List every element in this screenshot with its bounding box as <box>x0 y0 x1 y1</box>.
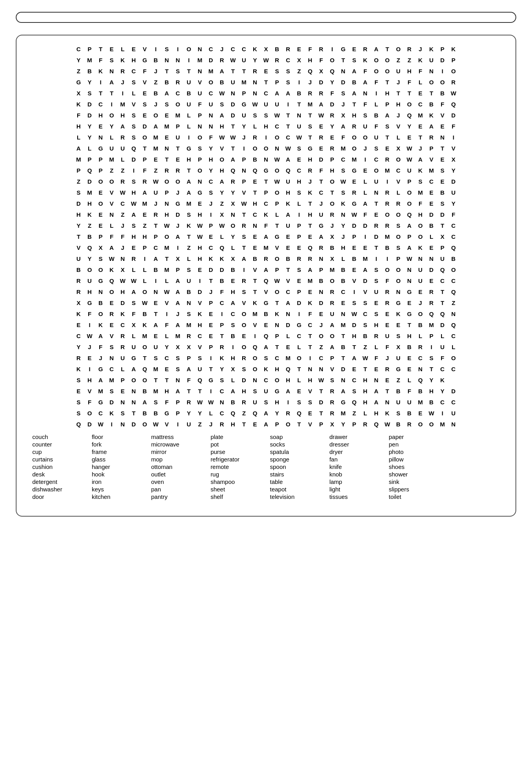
cell-27-22: Z <box>316 341 327 352</box>
cell-28-34: O <box>448 352 459 363</box>
cell-32-10: R <box>184 396 195 407</box>
cell-1-34: P <box>448 54 459 65</box>
word-item: mattress <box>151 433 203 440</box>
cell-17-31: O <box>415 231 426 242</box>
cell-32-18: H <box>272 396 283 407</box>
cell-20-20: S <box>294 264 305 275</box>
cell-19-4: N <box>117 253 128 264</box>
cell-17-32: L <box>426 231 437 242</box>
cell-18-15: T <box>239 242 250 253</box>
cell-0-18: B <box>272 43 283 54</box>
cell-25-12: E <box>206 319 217 330</box>
cell-17-33: X <box>437 231 448 242</box>
cell-26-29: S <box>393 330 404 341</box>
cell-2-17: E <box>261 65 272 76</box>
cell-10-15: P <box>239 154 250 165</box>
cell-13-27: N <box>371 187 382 198</box>
word-item: keys <box>92 486 143 493</box>
cell-22-6: O <box>139 286 150 297</box>
cell-29-11: U <box>195 363 206 374</box>
cell-14-9: G <box>172 198 184 209</box>
word-item: shelf <box>211 493 262 500</box>
cell-31-33: Y <box>437 385 448 396</box>
cell-34-0: Q <box>73 418 84 430</box>
cell-8-29: L <box>393 132 404 143</box>
cell-19-7: A <box>150 253 161 264</box>
cell-4-1: S <box>84 87 95 99</box>
cell-33-33: I <box>437 407 448 418</box>
cell-21-23: O <box>327 275 338 286</box>
cell-23-9: A <box>172 297 184 308</box>
cell-20-16: V <box>250 264 261 275</box>
cell-21-14: E <box>228 275 239 286</box>
cell-5-29: H <box>393 99 404 110</box>
cell-4-9: C <box>172 87 184 99</box>
cell-7-3: Y <box>106 121 117 132</box>
cell-34-2: W <box>95 418 106 430</box>
cell-13-4: W <box>117 187 128 198</box>
cell-3-1: Y <box>84 76 95 87</box>
cell-9-28: E <box>382 143 393 154</box>
cell-34-14: H <box>228 418 239 430</box>
cell-13-30: O <box>404 187 415 198</box>
cell-9-19: W <box>283 143 294 154</box>
cell-19-15: A <box>239 253 250 264</box>
cell-19-2: S <box>95 253 106 264</box>
cell-21-17: Q <box>261 275 272 286</box>
cell-14-3: V <box>106 198 117 209</box>
cell-3-34: R <box>448 76 459 87</box>
cell-17-21: E <box>305 231 316 242</box>
cell-24-5: F <box>128 308 139 319</box>
cell-7-8: M <box>161 121 172 132</box>
cell-16-22: G <box>316 220 327 231</box>
cell-28-29: U <box>393 352 404 363</box>
cell-18-27: T <box>371 242 382 253</box>
cell-29-31: N <box>415 363 426 374</box>
cell-19-10: L <box>184 253 195 264</box>
cell-9-24: M <box>338 143 349 154</box>
cell-15-23: R <box>327 209 338 220</box>
cell-22-31: E <box>415 286 426 297</box>
cell-18-14: L <box>228 242 239 253</box>
cell-13-29: L <box>393 187 404 198</box>
cell-15-31: H <box>415 209 426 220</box>
cell-17-18: G <box>272 231 283 242</box>
word-item: pillow <box>389 456 440 463</box>
cell-11-3: Z <box>106 165 117 176</box>
cell-1-4: K <box>117 54 128 65</box>
cell-12-3: O <box>106 176 117 187</box>
cell-21-19: V <box>283 275 294 286</box>
cell-24-14: C <box>228 308 239 319</box>
cell-29-6: Q <box>139 363 150 374</box>
cell-17-7: P <box>150 231 161 242</box>
cell-23-5: S <box>128 297 139 308</box>
cell-34-30: R <box>404 418 415 430</box>
cell-34-28: W <box>382 418 393 430</box>
cell-27-0: Y <box>73 341 84 352</box>
cell-1-33: D <box>437 54 448 65</box>
cell-18-6: P <box>139 242 150 253</box>
cell-18-32: E <box>426 242 437 253</box>
cell-9-14: T <box>228 143 239 154</box>
cell-31-6: B <box>139 385 150 396</box>
cell-11-4: Z <box>117 165 128 176</box>
cell-33-22: T <box>316 407 327 418</box>
cell-8-25: O <box>349 132 360 143</box>
cell-13-5: H <box>128 187 139 198</box>
cell-5-25: T <box>349 99 360 110</box>
cell-27-26: Z <box>360 341 371 352</box>
cell-2-28: O <box>382 65 393 76</box>
cell-4-5: L <box>128 87 139 99</box>
cell-23-7: E <box>150 297 161 308</box>
cell-16-20: P <box>294 220 305 231</box>
cell-22-32: R <box>426 286 437 297</box>
cell-20-24: B <box>338 264 349 275</box>
cell-18-30: A <box>404 242 415 253</box>
cell-4-13: W <box>217 87 228 99</box>
cell-0-14: C <box>228 43 239 54</box>
cell-24-24: N <box>338 308 349 319</box>
cell-33-17: A <box>261 407 272 418</box>
cell-8-17: I <box>261 132 272 143</box>
cell-1-18: R <box>272 54 283 65</box>
cell-23-16: K <box>250 297 261 308</box>
